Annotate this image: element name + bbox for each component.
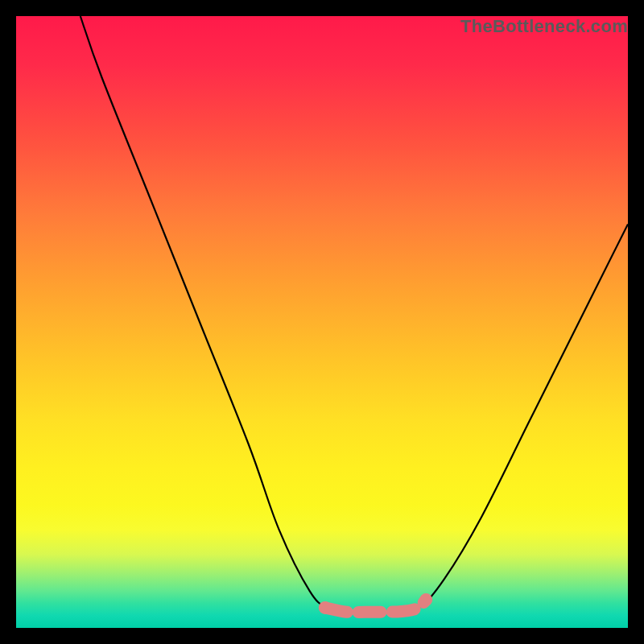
plot-area — [16, 16, 628, 628]
valley-marker-group — [319, 593, 432, 614]
left-branch-path — [80, 16, 347, 612]
chart-frame: TheBottleneck.com — [0, 0, 644, 644]
right-branch-path — [402, 224, 628, 612]
curve-layer — [16, 16, 628, 628]
valley-marker-end — [419, 593, 432, 606]
watermark-label: TheBottleneck.com — [460, 16, 628, 37]
valley-marker-start — [319, 601, 332, 614]
valley-marker-stroke — [325, 600, 426, 613]
